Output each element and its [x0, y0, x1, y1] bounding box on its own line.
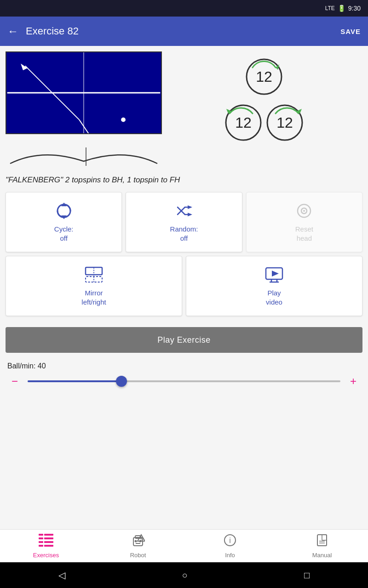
app-bar: ← Exercise 82 SAVE — [0, 17, 368, 46]
cycle-button[interactable]: Cycle: off — [6, 192, 122, 252]
mirror-button[interactable]: Mirror left/right — [6, 256, 182, 316]
mirror-label: Mirror left/right — [81, 288, 106, 306]
nav-item-info[interactable]: i Info — [184, 530, 276, 562]
play-video-button[interactable]: Play video — [186, 256, 362, 316]
svg-rect-41 — [39, 545, 43, 547]
actions-row-1: Cycle: off — [6, 192, 362, 252]
manual-icon — [316, 534, 328, 550]
slider-section: Ball/min: 40 − + — [0, 356, 368, 391]
play-video-label: Play video — [266, 288, 282, 306]
svg-rect-35 — [39, 534, 43, 536]
reset-head-label: Reset head — [295, 225, 313, 243]
ball-min-label: Ball/min: 40 — [7, 362, 361, 370]
exercise-description: "FALKENBERG" 2 topspins to BH, 1 topspin… — [0, 172, 368, 192]
counter-bottom-right: 12 — [264, 102, 305, 143]
random-label: Random: off — [170, 225, 198, 243]
sys-back-button[interactable]: ◁ — [58, 570, 65, 581]
svg-rect-36 — [44, 534, 53, 536]
svg-rect-37 — [39, 537, 43, 539]
sys-recents-button[interactable]: □ — [304, 570, 310, 581]
nav-label-info: Info — [225, 552, 235, 559]
nav-item-manual[interactable]: Manual — [276, 530, 368, 562]
status-bar: LTE 🔋 9:30 — [0, 0, 368, 17]
actions-row-2: Mirror left/right — [6, 256, 362, 316]
svg-rect-39 — [39, 541, 43, 543]
main-content: 12 12 — [0, 46, 368, 529]
counter-bottom: 12 12 — [223, 102, 305, 143]
counter-bottom-left: 12 — [223, 102, 264, 143]
svg-rect-38 — [44, 537, 53, 539]
bottom-nav: Exercises Robot i — [0, 529, 368, 562]
random-icon — [175, 202, 193, 220]
save-button[interactable]: SAVE — [340, 28, 361, 35]
svg-point-26 — [303, 210, 305, 212]
nav-label-manual: Manual — [312, 552, 332, 559]
slider-thumb[interactable] — [116, 376, 127, 387]
svg-point-45 — [135, 540, 137, 542]
random-button[interactable]: Random: off — [126, 192, 242, 252]
svg-point-50 — [141, 540, 142, 541]
status-icons: LTE 🔋 9:30 — [325, 5, 361, 12]
mirror-icon — [84, 266, 104, 284]
cycle-label: Cycle: off — [54, 225, 74, 243]
play-exercise-button[interactable]: Play Exercise — [6, 327, 362, 353]
page-title: Exercise 82 — [26, 25, 340, 37]
slider-track[interactable] — [28, 380, 340, 382]
signal-icon: LTE — [325, 5, 335, 11]
slider-row: − + — [7, 375, 361, 388]
svg-rect-42 — [44, 545, 53, 547]
time-display: 9:30 — [348, 5, 361, 12]
counter-top-circle: 12 — [243, 56, 285, 97]
nav-label-exercises: Exercises — [33, 552, 59, 559]
system-nav-bar: ◁ ○ □ — [0, 562, 368, 588]
svg-text:i: i — [229, 537, 231, 544]
table-diagram — [6, 51, 162, 134]
exercises-icon — [39, 534, 53, 550]
slider-fill — [28, 380, 121, 382]
svg-rect-40 — [44, 541, 53, 543]
nav-label-robot: Robot — [130, 552, 146, 559]
svg-point-6 — [121, 118, 126, 122]
counters-area: 12 12 — [166, 51, 362, 143]
counter-top-value: 12 — [256, 68, 272, 85]
trajectory-area — [0, 143, 368, 172]
counter-top: 12 — [243, 56, 285, 97]
actions-grid: Cycle: off — [0, 192, 368, 316]
slider-minus-button[interactable]: − — [7, 375, 22, 388]
cycle-icon — [55, 202, 73, 220]
sys-home-button[interactable]: ○ — [182, 570, 187, 581]
diagram-area: 12 12 — [0, 46, 368, 143]
robot-icon — [131, 534, 145, 550]
slider-plus-button[interactable]: + — [346, 375, 361, 388]
svg-marker-31 — [272, 271, 279, 277]
svg-rect-54 — [322, 535, 327, 540]
nav-item-exercises[interactable]: Exercises — [0, 530, 92, 562]
counter-bottom-left-value: 12 — [235, 114, 252, 131]
svg-line-3 — [79, 120, 122, 133]
reset-head-button[interactable]: Reset head — [246, 192, 362, 252]
counter-bottom-right-value: 12 — [276, 114, 293, 131]
battery-icon: 🔋 — [338, 5, 345, 12]
info-icon: i — [224, 534, 236, 550]
play-video-icon — [265, 266, 283, 284]
back-button[interactable]: ← — [7, 25, 18, 38]
nav-item-robot[interactable]: Robot — [92, 530, 184, 562]
reset-head-icon — [295, 202, 313, 220]
